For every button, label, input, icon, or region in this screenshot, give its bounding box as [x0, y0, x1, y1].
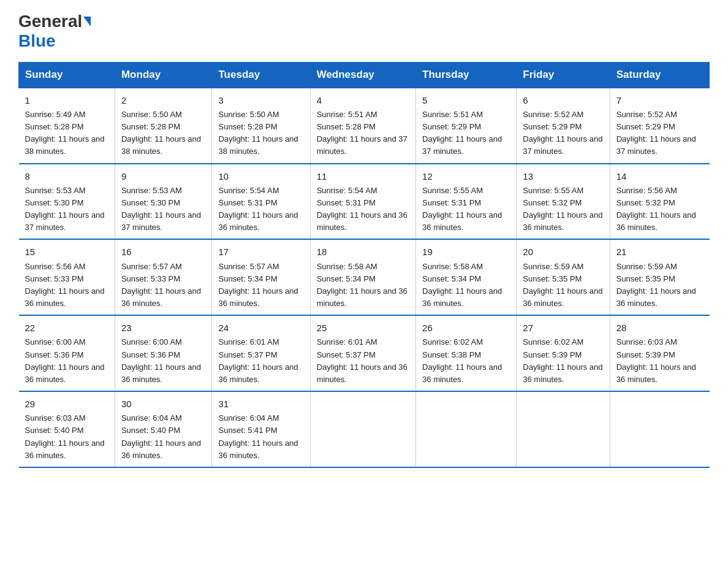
calendar-day: 20 Sunrise: 5:59 AMSunset: 5:35 PMDaylig… [517, 239, 610, 315]
calendar-week-2: 8 Sunrise: 5:53 AMSunset: 5:30 PMDayligh… [19, 164, 710, 240]
day-info: Sunrise: 5:54 AMSunset: 5:31 PMDaylight:… [218, 185, 303, 234]
day-number: 6 [523, 93, 603, 107]
day-info: Sunrise: 5:59 AMSunset: 5:35 PMDaylight:… [523, 261, 603, 310]
day-number: 19 [422, 245, 510, 259]
day-number: 21 [616, 245, 703, 259]
calendar-day: 8 Sunrise: 5:53 AMSunset: 5:30 PMDayligh… [19, 164, 115, 240]
day-number: 13 [523, 169, 603, 183]
logo-arrow-icon [83, 17, 91, 26]
calendar-week-4: 22 Sunrise: 6:00 AMSunset: 5:36 PMDaylig… [19, 315, 710, 391]
day-number: 30 [121, 397, 206, 411]
day-number: 25 [317, 321, 409, 335]
day-number: 26 [422, 321, 510, 335]
day-number: 8 [25, 169, 108, 183]
calendar-day: 18 Sunrise: 5:58 AMSunset: 5:34 PMDaylig… [310, 239, 415, 315]
calendar-week-1: 1 Sunrise: 5:49 AMSunset: 5:28 PMDayligh… [19, 88, 710, 164]
day-info: Sunrise: 6:01 AMSunset: 5:37 PMDaylight:… [218, 336, 303, 386]
day-info: Sunrise: 6:04 AMSunset: 5:41 PMDaylight:… [218, 412, 303, 462]
calendar-day: 3 Sunrise: 5:50 AMSunset: 5:28 PMDayligh… [212, 88, 310, 164]
day-number: 14 [616, 169, 703, 183]
day-number: 15 [25, 245, 108, 259]
calendar-day: 25 Sunrise: 6:01 AMSunset: 5:37 PMDaylig… [310, 315, 415, 391]
day-number: 24 [218, 321, 303, 335]
calendar-day: 24 Sunrise: 6:01 AMSunset: 5:37 PMDaylig… [212, 315, 310, 391]
calendar-day: 31 Sunrise: 6:04 AMSunset: 5:41 PMDaylig… [212, 391, 310, 467]
day-info: Sunrise: 5:52 AMSunset: 5:29 PMDaylight:… [523, 109, 603, 158]
day-number: 17 [218, 245, 303, 259]
day-info: Sunrise: 5:50 AMSunset: 5:28 PMDaylight:… [121, 109, 206, 158]
calendar-day: 29 Sunrise: 6:03 AMSunset: 5:40 PMDaylig… [19, 391, 115, 467]
day-info: Sunrise: 6:00 AMSunset: 5:36 PMDaylight:… [121, 336, 206, 386]
calendar-day: 7 Sunrise: 5:52 AMSunset: 5:29 PMDayligh… [610, 88, 709, 164]
day-info: Sunrise: 5:49 AMSunset: 5:28 PMDaylight:… [25, 109, 108, 158]
day-number: 1 [25, 93, 108, 107]
day-info: Sunrise: 5:59 AMSunset: 5:35 PMDaylight:… [616, 261, 703, 310]
header-tuesday: Tuesday [212, 62, 310, 88]
day-info: Sunrise: 5:55 AMSunset: 5:32 PMDaylight:… [523, 185, 603, 234]
day-number: 10 [218, 169, 303, 183]
page-header: General Blue [18, 12, 710, 51]
calendar-day: 21 Sunrise: 5:59 AMSunset: 5:35 PMDaylig… [610, 239, 709, 315]
calendar-week-5: 29 Sunrise: 6:03 AMSunset: 5:40 PMDaylig… [19, 391, 710, 467]
header-saturday: Saturday [610, 62, 709, 88]
header-monday: Monday [115, 62, 212, 88]
header-wednesday: Wednesday [310, 62, 415, 88]
day-info: Sunrise: 5:50 AMSunset: 5:28 PMDaylight:… [218, 109, 303, 158]
day-number: 16 [121, 245, 206, 259]
day-number: 20 [523, 245, 603, 259]
day-number: 18 [317, 245, 409, 259]
calendar-day: 10 Sunrise: 5:54 AMSunset: 5:31 PMDaylig… [212, 164, 310, 240]
day-info: Sunrise: 5:58 AMSunset: 5:34 PMDaylight:… [317, 261, 409, 310]
day-number: 12 [422, 169, 510, 183]
logo-general: General [18, 12, 82, 31]
day-info: Sunrise: 5:51 AMSunset: 5:29 PMDaylight:… [422, 109, 510, 158]
calendar-day: 15 Sunrise: 5:56 AMSunset: 5:33 PMDaylig… [19, 239, 115, 315]
calendar-day [517, 391, 610, 467]
calendar-day: 19 Sunrise: 5:58 AMSunset: 5:34 PMDaylig… [416, 239, 517, 315]
calendar-table: SundayMondayTuesdayWednesdayThursdayFrid… [18, 62, 710, 468]
day-info: Sunrise: 6:01 AMSunset: 5:37 PMDaylight:… [317, 336, 409, 386]
day-number: 29 [25, 397, 108, 411]
day-number: 27 [523, 321, 603, 335]
logo-blue: Blue [18, 31, 56, 51]
day-info: Sunrise: 5:57 AMSunset: 5:33 PMDaylight:… [121, 261, 206, 310]
day-number: 7 [616, 93, 703, 107]
calendar-day: 22 Sunrise: 6:00 AMSunset: 5:36 PMDaylig… [19, 315, 115, 391]
day-number: 9 [121, 169, 206, 183]
day-number: 3 [218, 93, 303, 107]
calendar-week-3: 15 Sunrise: 5:56 AMSunset: 5:33 PMDaylig… [19, 239, 710, 315]
calendar-day: 9 Sunrise: 5:53 AMSunset: 5:30 PMDayligh… [115, 164, 212, 240]
calendar-day: 14 Sunrise: 5:56 AMSunset: 5:32 PMDaylig… [610, 164, 709, 240]
day-number: 31 [218, 397, 303, 411]
calendar-day: 4 Sunrise: 5:51 AMSunset: 5:28 PMDayligh… [310, 88, 415, 164]
calendar-day: 28 Sunrise: 6:03 AMSunset: 5:39 PMDaylig… [610, 315, 709, 391]
calendar-day: 6 Sunrise: 5:52 AMSunset: 5:29 PMDayligh… [517, 88, 610, 164]
day-info: Sunrise: 5:52 AMSunset: 5:29 PMDaylight:… [616, 109, 703, 158]
day-number: 5 [422, 93, 510, 107]
calendar-day [610, 391, 709, 467]
day-info: Sunrise: 5:58 AMSunset: 5:34 PMDaylight:… [422, 261, 510, 310]
calendar-day [310, 391, 415, 467]
calendar-day: 16 Sunrise: 5:57 AMSunset: 5:33 PMDaylig… [115, 239, 212, 315]
day-info: Sunrise: 5:51 AMSunset: 5:28 PMDaylight:… [317, 109, 409, 158]
day-info: Sunrise: 5:57 AMSunset: 5:34 PMDaylight:… [218, 261, 303, 310]
calendar-day: 13 Sunrise: 5:55 AMSunset: 5:32 PMDaylig… [517, 164, 610, 240]
calendar-day: 23 Sunrise: 6:00 AMSunset: 5:36 PMDaylig… [115, 315, 212, 391]
calendar-day: 12 Sunrise: 5:55 AMSunset: 5:31 PMDaylig… [416, 164, 517, 240]
day-number: 4 [317, 93, 409, 107]
day-info: Sunrise: 6:03 AMSunset: 5:40 PMDaylight:… [25, 412, 108, 462]
day-info: Sunrise: 5:56 AMSunset: 5:33 PMDaylight:… [25, 261, 108, 310]
day-info: Sunrise: 6:02 AMSunset: 5:38 PMDaylight:… [422, 336, 510, 386]
calendar-day: 17 Sunrise: 5:57 AMSunset: 5:34 PMDaylig… [212, 239, 310, 315]
day-info: Sunrise: 5:54 AMSunset: 5:31 PMDaylight:… [317, 185, 409, 234]
day-number: 22 [25, 321, 108, 335]
calendar-day: 26 Sunrise: 6:02 AMSunset: 5:38 PMDaylig… [416, 315, 517, 391]
calendar-day: 11 Sunrise: 5:54 AMSunset: 5:31 PMDaylig… [310, 164, 415, 240]
day-info: Sunrise: 5:56 AMSunset: 5:32 PMDaylight:… [616, 185, 703, 234]
day-info: Sunrise: 6:02 AMSunset: 5:39 PMDaylight:… [523, 336, 603, 386]
logo: General Blue [18, 12, 91, 51]
day-info: Sunrise: 5:53 AMSunset: 5:30 PMDaylight:… [121, 185, 206, 234]
calendar-day: 27 Sunrise: 6:02 AMSunset: 5:39 PMDaylig… [517, 315, 610, 391]
day-number: 11 [317, 169, 409, 183]
calendar-day: 2 Sunrise: 5:50 AMSunset: 5:28 PMDayligh… [115, 88, 212, 164]
